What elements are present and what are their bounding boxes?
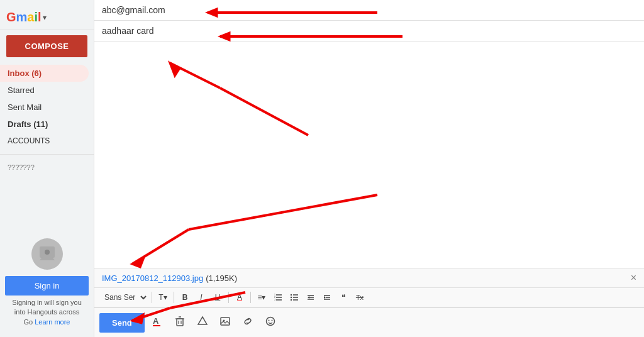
- compose-body-area[interactable]: [94, 41, 644, 268]
- underline-a-button[interactable]: A: [147, 312, 167, 333]
- font-family-selector[interactable]: Sans Ser: [99, 291, 148, 304]
- to-input[interactable]: [102, 5, 636, 15]
- attachment-bar: IMG_20170812_112903.jpg (1,195K) ×: [94, 268, 644, 288]
- clear-formatting-button[interactable]: Tx: [352, 291, 367, 304]
- sidebar-item-accounts[interactable]: ACCOUNTS: [0, 133, 89, 149]
- to-field: [94, 0, 644, 21]
- svg-point-23: [291, 294, 292, 296]
- sidebar-item-sent[interactable]: Sent Mail: [0, 99, 89, 116]
- svg-point-1: [45, 250, 50, 255]
- main-compose: IMG_20170812_112903.jpg (1,195K) × Sans …: [94, 0, 644, 337]
- numbered-list-button[interactable]: 123: [270, 290, 286, 304]
- sidebar-bottom: Sign in Signing in will sign you into Ha…: [0, 233, 94, 332]
- svg-point-49: [271, 320, 272, 321]
- svg-marker-36: [324, 296, 326, 299]
- gmail-logo: Gmail: [6, 10, 42, 25]
- align-button[interactable]: ≡▾: [254, 290, 269, 304]
- svg-marker-32: [308, 296, 309, 299]
- bold-button[interactable]: B: [177, 290, 192, 304]
- bullet-list-button[interactable]: [287, 290, 302, 304]
- attachment-filename[interactable]: IMG_20170812_112903.jpg: [102, 273, 203, 283]
- subject-input[interactable]: [102, 26, 636, 36]
- sidebar-item-inbox[interactable]: Inbox (6): [0, 65, 89, 82]
- emoji-button[interactable]: [260, 312, 280, 333]
- gmail-dropdown-icon[interactable]: ▾: [43, 13, 47, 22]
- font-size-button[interactable]: T▾: [155, 290, 170, 304]
- sidebar-section-label: ???????: [0, 160, 94, 175]
- send-toolbar: Send A: [94, 307, 644, 337]
- link-button[interactable]: [238, 312, 258, 333]
- sidebar: Gmail ▾ COMPOSE Inbox (6) Starred Sent M…: [0, 0, 94, 337]
- svg-marker-44: [198, 317, 207, 324]
- svg-point-48: [268, 320, 269, 321]
- chat-avatar: [31, 238, 63, 270]
- image-button[interactable]: [215, 312, 235, 333]
- format-toolbar: Sans Ser T▾ B I U A ≡▾ 123 ❝ Tx: [94, 288, 644, 307]
- sidebar-item-starred[interactable]: Starred: [0, 82, 89, 99]
- font-color-button[interactable]: A: [232, 290, 247, 304]
- compose-body-input[interactable]: [102, 49, 636, 260]
- svg-rect-39: [177, 319, 183, 326]
- svg-point-47: [266, 318, 274, 326]
- quote-button[interactable]: ❝: [336, 290, 351, 304]
- svg-text:3: 3: [274, 299, 275, 301]
- underline-button[interactable]: U: [210, 290, 225, 304]
- svg-point-24: [291, 297, 292, 298]
- attachment-close-button[interactable]: ×: [631, 272, 636, 284]
- indent-increase-button[interactable]: [319, 290, 335, 304]
- svg-rect-45: [221, 318, 230, 325]
- gmail-header: Gmail ▾: [0, 5, 94, 30]
- drive-button[interactable]: [192, 312, 213, 333]
- compose-button[interactable]: COMPOSE: [6, 35, 87, 57]
- svg-text:A: A: [153, 316, 159, 326]
- italic-button[interactable]: I: [194, 290, 209, 304]
- sign-in-text: Signing in will sign you into Hangouts a…: [5, 298, 89, 327]
- learn-more-link[interactable]: Learn more: [35, 318, 70, 326]
- trash-button[interactable]: [170, 312, 190, 333]
- toolbar-sep-2: [174, 292, 174, 303]
- sign-in-button[interactable]: Sign in: [5, 276, 89, 296]
- send-button[interactable]: Send: [99, 313, 145, 333]
- svg-point-25: [291, 299, 292, 301]
- toolbar-sep-4: [250, 292, 251, 303]
- attachment-size: (1,195K): [206, 273, 237, 283]
- indent-decrease-button[interactable]: [303, 290, 318, 304]
- toolbar-sep-1: [152, 292, 152, 303]
- subject-field: [94, 21, 644, 41]
- sidebar-item-drafts[interactable]: Drafts (11): [0, 116, 89, 133]
- toolbar-sep-3: [228, 292, 229, 303]
